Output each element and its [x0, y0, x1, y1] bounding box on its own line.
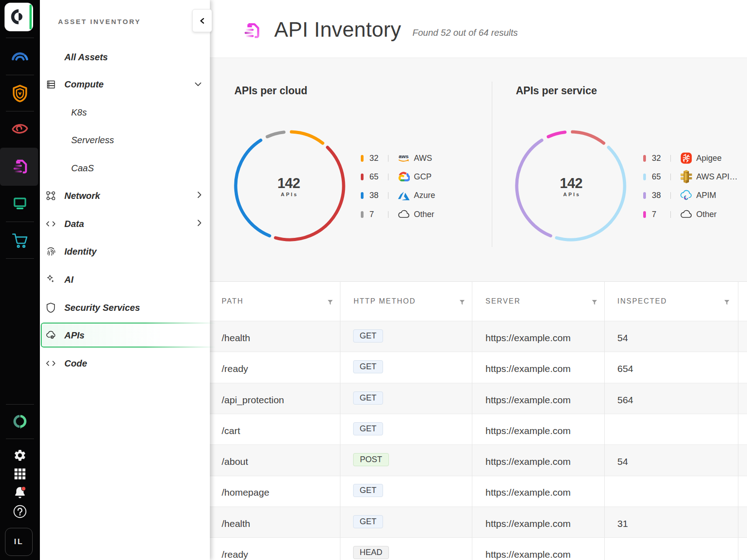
- svg-text:aws: aws: [398, 153, 409, 159]
